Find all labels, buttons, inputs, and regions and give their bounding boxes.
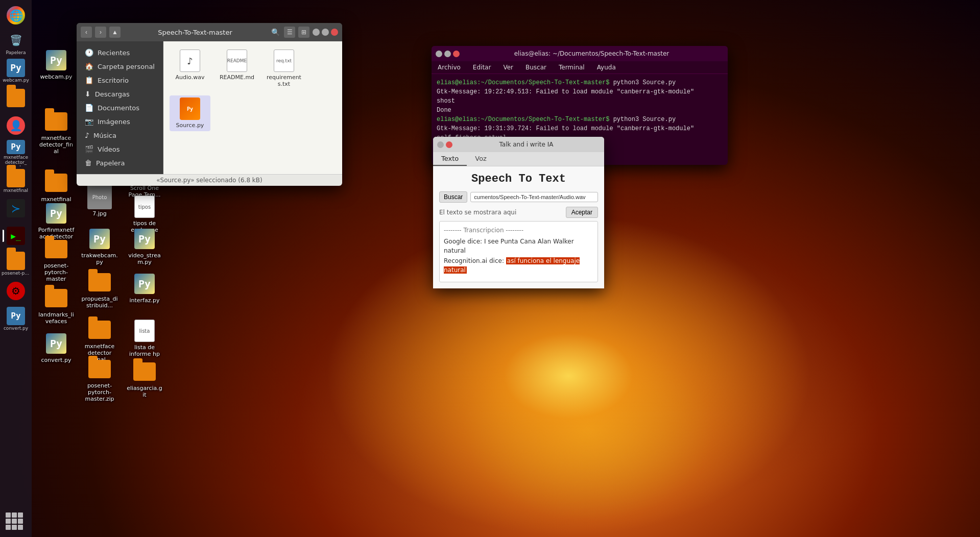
fm-sidebar-documentos[interactable]: 📄 Documentos [79, 101, 161, 114]
taskbar-mxfinal-label: mxnetfinal [4, 188, 28, 193]
fm-sidebar-imagenes-label: Imágenes [98, 118, 130, 126]
terminal-maximize-button[interactable] [444, 51, 451, 57]
fm-sidebar-documentos-label: Documentos [98, 104, 139, 112]
stt-buscar-button[interactable]: Buscar [439, 191, 467, 203]
fm-sidebar-musica[interactable]: ♪ Música [79, 129, 161, 142]
taskbar-webcam-label: webcam.py [3, 78, 29, 83]
file-manager-titlebar: ‹ › ▲ Speech-To-Text-master 🔍 ☰ ⊞ [77, 23, 342, 41]
desktop-icon-convert-label: convert.py [41, 357, 71, 363]
terminal-close-button[interactable] [453, 51, 460, 57]
taskbar-trash-label: Papelera [6, 50, 26, 55]
fm-sidebar-papelera[interactable]: 🗑 Papelera [79, 156, 161, 169]
fm-file-requirements[interactable]: req.txt requirements.txt [264, 47, 304, 89]
stt-minimize-button[interactable] [437, 141, 444, 148]
stt-transcript-line-2: Recognition.ai dice: así funciona el len… [444, 256, 593, 275]
terminal-minimize-button[interactable] [436, 51, 442, 57]
terminal-menu-terminal[interactable]: Terminal [557, 63, 587, 72]
desktop-icon-videostream[interactable]: Py video_stream.py [124, 225, 165, 267]
fm-file-area: Audio.wav README README.md req.txt requi… [163, 41, 342, 174]
desktop-icon-posenet-zip[interactable]: posenet-pytorch-master.zip [79, 355, 120, 405]
desktop-icon-7jpg[interactable]: Photo 7.jpg [79, 183, 120, 219]
taskbar-folder1[interactable] [3, 85, 29, 111]
download-icon: ⬇ [85, 90, 91, 98]
terminal-menu-ver[interactable]: Ver [501, 63, 515, 72]
fm-back-button[interactable]: ‹ [81, 27, 92, 38]
desktop-icon-interfaz[interactable]: Py interfaz.py [124, 270, 165, 306]
fm-sidebar-descargas[interactable]: ⬇ Descargas [79, 87, 161, 101]
stt-path-input[interactable] [470, 192, 598, 202]
taskbar-webcam[interactable]: Py webcam.py [3, 57, 29, 84]
taskbar-trash[interactable]: 🗑️ Papelera [3, 30, 29, 56]
terminal-line-1: elias@elias:~/Documentos/Speech-To-Text-… [437, 78, 723, 87]
taskbar-mxfinal[interactable]: mxnetfinal [3, 167, 29, 194]
fm-view-list-button[interactable]: ☰ [284, 27, 295, 38]
terminal-menu-ayuda[interactable]: Ayuda [595, 63, 618, 72]
fm-file-audio[interactable]: Audio.wav [170, 47, 210, 89]
fm-up-button[interactable]: ▲ [109, 27, 121, 38]
desktop-icon-propuesta[interactable]: propuesta_distribuid... [79, 268, 120, 311]
fm-status-text: «Source.py» seleccionado (6.8 kB) [156, 177, 262, 184]
desktop-icon-trakwebcam-label: trakwebcam.py [81, 252, 118, 265]
taskbar-posenet[interactable]: posenet-pytorch-master [3, 250, 29, 277]
stt-tab-voz[interactable]: Voz [467, 152, 495, 166]
fm-sidebar-videos-label: Vídeos [98, 145, 119, 153]
stt-transcript-line-1: Google dice: I see Punta Cana Alan Walke… [444, 237, 593, 255]
desktop-icon-webcam[interactable]: Py webcam.py [36, 46, 77, 82]
stt-status-text: El texto se mostrara aqui [439, 209, 516, 216]
fm-forward-button[interactable]: › [95, 27, 106, 38]
desktop-icon-videostream-label: video_stream.py [126, 252, 163, 265]
taskbar-convert[interactable]: Py convert.py [3, 305, 29, 332]
stt-transcript-header: -------- Transcripcion -------- [444, 226, 593, 235]
taskbar-red-icon[interactable]: ⚙ [3, 278, 29, 304]
fm-view-grid-button[interactable]: ⊞ [298, 27, 309, 38]
desktop-icon-lista[interactable]: lista lista de informe hp [124, 316, 165, 359]
taskbar-vscode[interactable]: ≻ [3, 195, 29, 222]
fm-sidebar-videos[interactable]: 🎬 Vídeos [79, 142, 161, 156]
fm-minimize-button[interactable] [313, 29, 320, 36]
desktop-icon-posenet[interactable]: posenet-pytorch-master [36, 235, 77, 285]
audio-wav-icon [180, 50, 200, 72]
fm-file-readme-label: README.md [220, 74, 254, 81]
fm-maximize-button[interactable] [322, 29, 329, 36]
terminal-window-controls [436, 51, 460, 57]
taskbar-contacts[interactable]: 👤 [3, 112, 29, 139]
stt-heading: Speech To Text [439, 173, 598, 185]
desktop-icon-eliasgarcia[interactable]: eliasgarcia.git [124, 357, 165, 400]
fm-sidebar-imagenes[interactable]: 📷 Imágenes [79, 115, 161, 128]
stt-aceptar-button[interactable]: Aceptar [566, 207, 598, 218]
stt-window-controls [437, 141, 452, 148]
desktop-icon-interfaz-label: interfaz.py [129, 297, 159, 304]
fm-close-button[interactable] [331, 29, 338, 36]
taskbar-mxnetface[interactable]: Py mxnetfacedetector_final [3, 140, 29, 166]
fm-sidebar: 🕐 Recientes 🏠 Carpeta personal 📋 Escrito… [77, 41, 163, 174]
desktop-icon-mxnetface[interactable]: mxnetface detector_final [36, 107, 77, 157]
fm-statusbar: «Source.py» seleccionado (6.8 kB) [77, 174, 342, 186]
desktop-icon-convert[interactable]: Py convert.py [36, 329, 77, 365]
desktop-icon-si: 📋 [85, 76, 93, 84]
home-icon: 🏠 [85, 62, 93, 70]
terminal-menu-buscar[interactable]: Buscar [523, 63, 548, 72]
fm-file-requirements-label: requirements.txt [266, 74, 302, 87]
stt-highlight: así funciona el lenguaje natural [444, 257, 580, 274]
terminal-menu-archivo[interactable]: Archivo [436, 63, 463, 72]
stt-tab-texto[interactable]: Texto [433, 152, 467, 166]
terminal-line-3: shost [437, 96, 723, 106]
desktop-icon-landmarks[interactable]: landmarks_livefaces [36, 284, 77, 327]
terminal-line-4: Done [437, 106, 723, 115]
fm-sidebar-recientes[interactable]: 🕐 Recientes [79, 46, 161, 59]
file-manager-body: 🕐 Recientes 🏠 Carpeta personal 📋 Escrito… [77, 41, 342, 174]
stt-status-row: El texto se mostrara aqui Aceptar [439, 207, 598, 218]
desktop-icon-mxnetface-label: mxnetface detector_final [38, 135, 75, 155]
fm-sidebar-carpeta-personal[interactable]: 🏠 Carpeta personal [79, 60, 161, 73]
stt-close-button[interactable] [446, 141, 452, 148]
taskbar-terminal[interactable]: ▶_ [3, 223, 29, 249]
taskbar-chrome[interactable]: 🌐 [3, 2, 29, 29]
fm-file-sourcepy[interactable]: Py Source.py [170, 95, 210, 131]
desktop-icon-posenet-zip-label: posenet-pytorch-master.zip [81, 382, 118, 403]
fm-file-readme[interactable]: README README.md [217, 47, 257, 89]
app-grid-button[interactable] [6, 512, 26, 533]
fm-sidebar-escritorio[interactable]: 📋 Escritorio [79, 74, 161, 87]
desktop-icon-trakwebcam[interactable]: Py trakwebcam.py [79, 225, 120, 267]
fm-search-button[interactable]: 🔍 [270, 27, 281, 38]
terminal-menu-editar[interactable]: Editar [471, 63, 493, 72]
